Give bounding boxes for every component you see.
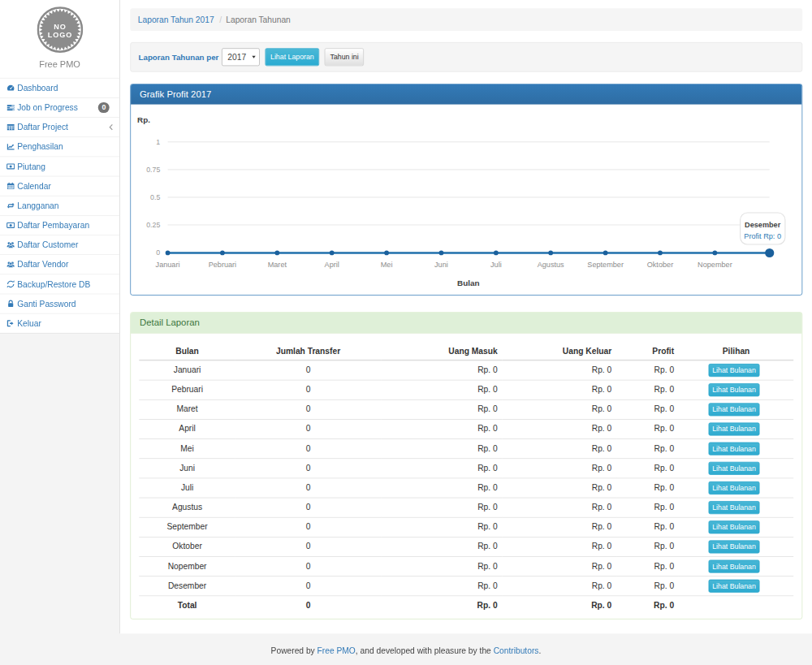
svg-text:Oktober: Oktober <box>647 261 673 269</box>
svg-text:Maret: Maret <box>268 261 287 269</box>
svg-text:Rp.: Rp. <box>137 115 150 124</box>
svg-text:0.75: 0.75 <box>146 166 160 174</box>
svg-text:Nopember: Nopember <box>698 261 732 269</box>
svg-text:Januari: Januari <box>156 261 180 269</box>
svg-text:0.5: 0.5 <box>150 193 160 201</box>
svg-text:0: 0 <box>156 248 160 257</box>
svg-text:Desember: Desember <box>745 221 781 229</box>
svg-text:Pebruari: Pebruari <box>209 261 237 269</box>
svg-text:Juni: Juni <box>434 261 448 269</box>
svg-text:Juli: Juli <box>490 261 502 269</box>
svg-text:LOGO: LOGO <box>47 31 71 39</box>
svg-text:Bulan: Bulan <box>457 279 479 287</box>
svg-text:NO: NO <box>54 23 66 31</box>
svg-text:September: September <box>587 261 624 269</box>
svg-text:0.25: 0.25 <box>146 221 160 229</box>
svg-text:1: 1 <box>156 138 160 146</box>
svg-text:Agustus: Agustus <box>538 261 564 269</box>
svg-text:Profit Rp: 0: Profit Rp: 0 <box>744 232 781 240</box>
svg-text:Mei: Mei <box>381 261 393 269</box>
svg-text:April: April <box>325 261 339 269</box>
